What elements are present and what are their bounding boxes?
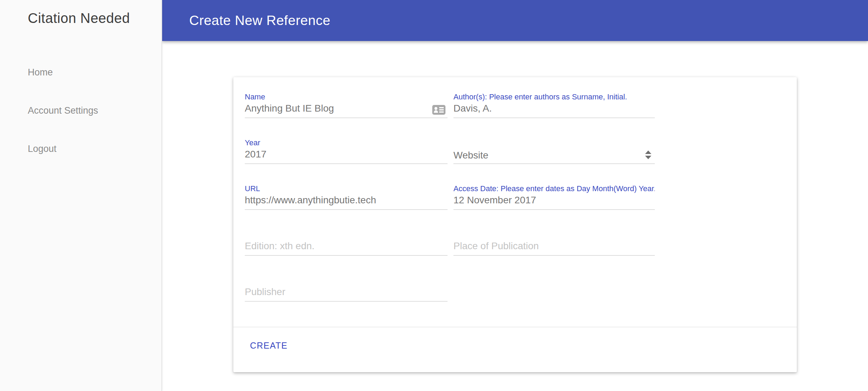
url-input[interactable] [245, 194, 448, 210]
reference-type-value: Website [453, 150, 489, 161]
reference-form-card: Name Author(s): Please [233, 77, 797, 372]
access-date-input[interactable] [453, 194, 655, 210]
create-button[interactable]: CREATE [245, 336, 293, 356]
year-input[interactable] [245, 148, 448, 164]
reference-form: Name Author(s): Please [245, 92, 655, 302]
reference-type-field: Website [453, 138, 655, 164]
publisher-input[interactable] [245, 286, 448, 302]
name-label: Name [245, 92, 448, 101]
app-title: Citation Needed [28, 10, 130, 26]
edition-field [245, 230, 448, 256]
contact-card-icon[interactable] [432, 105, 445, 115]
year-label: Year [245, 138, 448, 147]
sidebar-nav: Home Account Settings Logout [28, 67, 98, 182]
app-bar: Create New Reference [162, 0, 868, 41]
access-date-field: Access Date: Please enter dates as Day M… [453, 184, 655, 210]
access-date-label: Access Date: Please enter dates as Day M… [453, 184, 655, 193]
sidebar-item-home[interactable]: Home [28, 67, 98, 78]
year-field: Year [245, 138, 448, 164]
spinner-up-arrow-icon [645, 150, 651, 154]
publisher-field [245, 276, 448, 302]
authors-field: Author(s): Please enter authors as Surna… [453, 92, 655, 118]
place-of-publication-input[interactable] [453, 240, 655, 256]
select-spinner-icon [645, 150, 651, 159]
name-input[interactable] [245, 102, 448, 118]
sidebar-item-account-settings[interactable]: Account Settings [28, 105, 98, 116]
spinner-down-arrow-icon [645, 156, 651, 159]
edition-input[interactable] [245, 240, 448, 256]
app-root: Citation Needed Home Account Settings Lo… [0, 0, 868, 391]
authors-input[interactable] [453, 102, 655, 118]
reference-type-select[interactable]: Website [453, 148, 655, 164]
sidebar: Citation Needed Home Account Settings Lo… [0, 0, 162, 391]
place-of-publication-field [453, 230, 655, 256]
url-label: URL [245, 184, 448, 193]
page-title: Create New Reference [189, 0, 331, 41]
main-content: Name Author(s): Please [162, 41, 868, 391]
url-field: URL [245, 184, 448, 210]
authors-label: Author(s): Please enter authors as Surna… [453, 92, 655, 101]
sidebar-item-logout[interactable]: Logout [28, 144, 98, 154]
card-divider [233, 327, 797, 327]
empty-grid-cell [453, 276, 655, 302]
name-field: Name [245, 92, 448, 118]
